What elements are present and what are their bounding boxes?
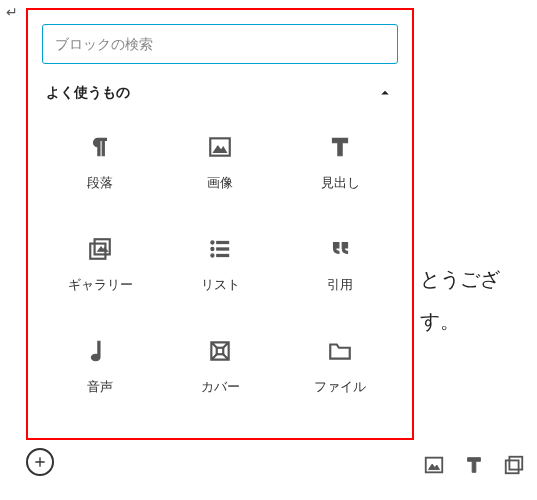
- image-icon: [207, 134, 233, 160]
- list-icon: [207, 236, 233, 262]
- return-arrow-icon: ↵: [6, 4, 18, 20]
- block-heading[interactable]: 見出し: [282, 114, 398, 212]
- svg-rect-8: [217, 248, 229, 250]
- svg-point-5: [211, 241, 214, 244]
- block-grid: 段落 画像 見出し ギャラリー リスト 引用: [42, 114, 398, 416]
- block-label: 画像: [207, 174, 233, 192]
- heading-icon[interactable]: [463, 454, 485, 476]
- svg-rect-15: [506, 460, 519, 473]
- cover-icon: [207, 338, 233, 364]
- block-label: 見出し: [321, 174, 360, 192]
- block-list[interactable]: リスト: [162, 216, 278, 314]
- image-icon[interactable]: [423, 454, 445, 476]
- block-label: ギャラリー: [68, 276, 133, 294]
- block-image[interactable]: 画像: [162, 114, 278, 212]
- svg-marker-13: [429, 464, 440, 470]
- section-toggle-frequent[interactable]: よく使うもの: [42, 74, 398, 114]
- svg-rect-6: [217, 241, 229, 243]
- audio-icon: [87, 338, 113, 364]
- svg-rect-11: [217, 348, 224, 355]
- paragraph-icon: [87, 134, 113, 160]
- svg-rect-2: [95, 239, 110, 254]
- section-title: よく使うもの: [46, 84, 130, 102]
- svg-rect-10: [217, 254, 229, 256]
- svg-rect-0: [210, 138, 230, 155]
- gallery-icon: [87, 236, 113, 262]
- block-label: リスト: [201, 276, 240, 294]
- block-label: 音声: [87, 378, 113, 396]
- block-paragraph[interactable]: 段落: [42, 114, 158, 212]
- file-icon: [327, 338, 353, 364]
- inserter-scroll-area[interactable]: よく使うもの 段落 画像 見出し ギャラリー リスト: [28, 74, 412, 438]
- gallery-icon[interactable]: [503, 454, 525, 476]
- search-input[interactable]: [42, 24, 398, 64]
- svg-rect-12: [426, 458, 443, 473]
- block-audio[interactable]: 音声: [42, 318, 158, 416]
- quote-icon: [327, 236, 353, 262]
- svg-point-9: [211, 254, 214, 257]
- svg-point-7: [211, 247, 214, 250]
- search-wrap: [28, 10, 412, 74]
- plus-icon: [32, 454, 48, 470]
- editor-text-line: す。: [420, 308, 460, 335]
- block-quote[interactable]: 引用: [282, 216, 398, 314]
- block-label: ファイル: [314, 378, 366, 396]
- block-cover[interactable]: カバー: [162, 318, 278, 416]
- svg-marker-1: [214, 146, 227, 153]
- block-file[interactable]: ファイル: [282, 318, 398, 416]
- block-label: 段落: [87, 174, 113, 192]
- heading-icon: [327, 134, 353, 160]
- add-block-button[interactable]: [26, 448, 54, 476]
- editor-text-line: とうござ: [420, 266, 500, 293]
- chevron-up-icon: [376, 84, 394, 102]
- block-inserter-panel: よく使うもの 段落 画像 見出し ギャラリー リスト: [26, 8, 414, 440]
- svg-rect-14: [509, 457, 522, 470]
- block-label: カバー: [201, 378, 240, 396]
- block-gallery[interactable]: ギャラリー: [42, 216, 158, 314]
- quick-insert-toolbar: [423, 454, 525, 476]
- block-label: 引用: [327, 276, 353, 294]
